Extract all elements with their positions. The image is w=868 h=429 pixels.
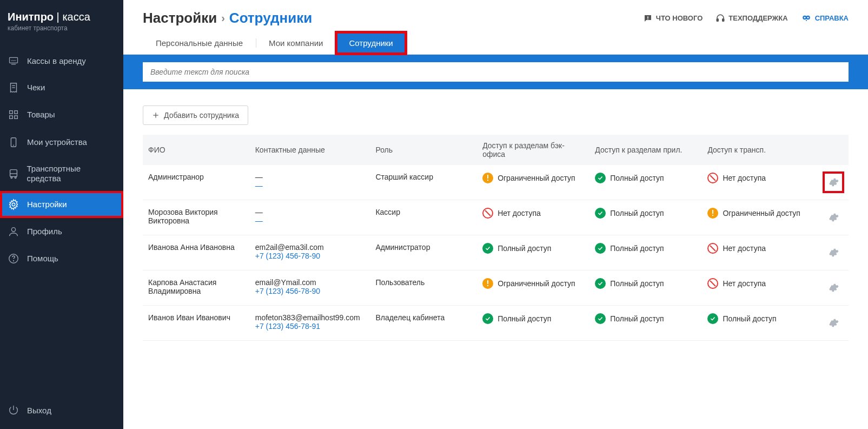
cell-contact: —— [250,165,370,200]
access-label: Нет доступа [723,174,766,182]
sidebar-item-profile[interactable]: Профиль [0,218,123,245]
cell-tr: Нет доступа [702,235,814,270]
row-settings-button[interactable] [824,173,843,192]
contact-email: mofeton383@emailhost99.com [255,313,365,322]
employees-table: ФИО Контактные данные Роль Доступ к разд… [143,135,849,341]
search-band [123,55,868,89]
svg-rect-20 [647,18,648,19]
sidebar-item-settings[interactable]: Настройки [0,191,123,218]
cell-role: Администратор [370,235,477,270]
table-row: Карпова Анастасия Владимировнаemail@Ymai… [143,270,849,306]
access-label: Полный доступ [610,314,664,323]
whats-new-link[interactable]: ЧТО НОВОГО [643,14,703,23]
cell-bo: Нет доступа [477,200,589,235]
cell-tr: Нет доступа [702,165,814,200]
gear-icon [8,199,27,210]
plus-icon [152,111,160,119]
cell-role: Владелец кабинета [370,306,477,341]
cell-actions [815,235,849,270]
contact-email: — [255,208,365,216]
cell-contact: —— [250,200,370,235]
th-role: Роль [370,135,477,165]
brand-sep: | [54,11,62,23]
access-label: Ограниченный доступ [498,174,575,182]
sidebar-item-label: Товары [27,110,55,120]
brand-suffix: касса [62,11,90,23]
cell-name: Карпова Анастасия Владимировна [143,270,250,306]
breadcrumb: Настройки › Сотрудники [143,10,312,27]
cell-tr: Ограниченный доступ [702,200,814,235]
tab-companies[interactable]: Мои компании [256,32,336,54]
block-icon [482,208,493,219]
sidebar-item-rent[interactable]: www Кассы в аренду [0,48,123,74]
sidebar-item-help[interactable]: Помощь [0,245,123,272]
add-button-label: Добавить сотрудника [164,111,239,120]
search-wrap [143,62,849,82]
sidebar-item-label: Профиль [27,227,62,236]
th-actions [815,135,849,165]
tabs: Персональные данные Мои компании Сотрудн… [123,27,868,55]
th-name: ФИО [143,135,250,165]
access-cell: Нет доступа [707,278,809,289]
cell-bo: Полный доступ [477,306,589,341]
power-icon [8,404,27,416]
svg-rect-11 [10,170,17,177]
row-settings-button[interactable] [824,243,843,262]
contact-phone: — [255,216,365,225]
access-label: Нет доступа [723,279,766,288]
th-app: Доступ к разделам прил. [589,135,702,165]
tab-personal[interactable]: Персональные данные [143,32,256,54]
svg-text:www: www [11,59,16,62]
access-cell: Полный доступ [595,173,697,183]
cell-actions [815,270,849,306]
warning-icon [482,173,493,183]
warning-icon [482,278,493,289]
sidebar-header: Инитпро | касса кабинет транспорта [0,0,123,37]
svg-rect-7 [10,116,13,119]
row-settings-button[interactable] [824,208,843,227]
access-cell: Нет доступа [707,243,809,254]
cell-tr: Полный доступ [702,306,814,341]
access-cell: Полный доступ [595,243,697,254]
support-link[interactable]: ТЕХПОДДЕРЖКА [715,14,787,23]
sidebar-item-label: Помощь [27,254,58,263]
contact-phone: — [255,181,365,190]
sidebar-exit[interactable]: Выход [0,397,123,429]
access-label: Полный доступ [610,174,664,182]
th-backoffice: Доступ к разделам бэк-офиса [477,135,589,165]
top-link-label: ТЕХПОДДЕРЖКА [728,14,787,22]
headset-icon [715,14,725,23]
access-label: Полный доступ [610,209,664,217]
cell-role: Кассир [370,200,477,235]
search-input[interactable] [143,62,849,82]
table-row: Морозова Виктория Викторовна——КассирНет … [143,200,849,235]
check-icon [595,278,606,289]
row-settings-button[interactable] [824,278,843,298]
sidebar-item-transport[interactable]: Транспортные средства [0,156,123,191]
row-settings-button[interactable] [824,313,843,333]
brand-prefix: Инитпро [8,11,54,23]
help-link[interactable]: СПРАВКА [801,14,849,23]
sidebar-item-products[interactable]: Товары [0,101,123,128]
svg-rect-6 [15,111,18,114]
help-icon [8,253,27,265]
sidebar-item-receipts[interactable]: Чеки [0,74,123,101]
contact-email: — [255,173,365,181]
top-links: ЧТО НОВОГО ТЕХПОДДЕРЖКА СПРАВКА [643,14,849,23]
add-employee-button[interactable]: Добавить сотрудника [143,105,248,125]
access-cell: Полный доступ [707,313,809,324]
contact-phone: +7 (123) 456-78-90 [255,252,365,260]
access-cell: Нет доступа [482,208,584,219]
svg-point-14 [15,177,16,179]
receipt-icon [8,82,27,94]
cell-name: Иванова Анна Ивановна [143,235,250,270]
svg-rect-22 [723,18,724,21]
table-header-row: ФИО Контактные данные Роль Доступ к разд… [143,135,849,165]
brand-subtitle: кабинет транспорта [8,24,116,32]
access-cell: Полный доступ [595,278,697,289]
cell-tr: Нет доступа [702,270,814,306]
access-label: Полный доступ [498,244,551,253]
sidebar-item-devices[interactable]: Мои устройства [0,128,123,156]
main: Настройки › Сотрудники ЧТО НОВОГО ТЕХПОД… [123,0,868,429]
tab-employees[interactable]: Сотрудники [336,32,406,54]
